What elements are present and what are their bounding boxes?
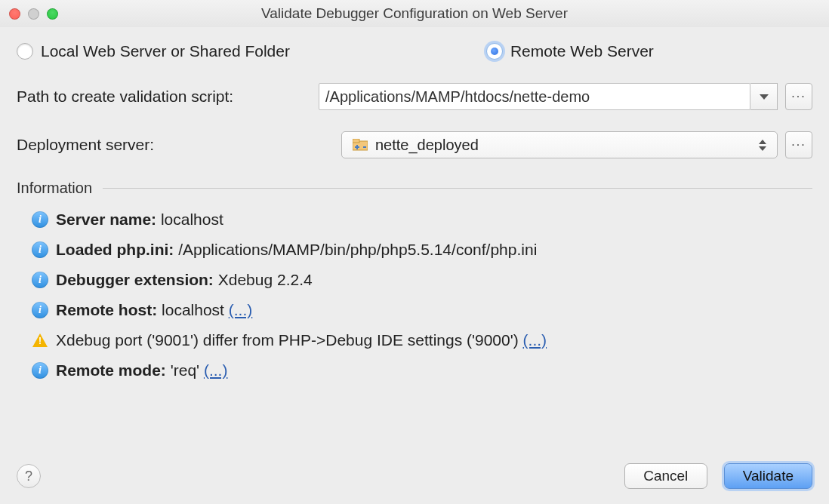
- info-key: Remote host:: [56, 301, 157, 318]
- information-header-label: Information: [17, 180, 92, 197]
- deployment-label: Deployment server:: [17, 136, 341, 154]
- info-item: iRemote host: localhost (...): [32, 301, 812, 319]
- path-label: Path to create validation script:: [17, 88, 319, 106]
- info-value: Xdebug port ('9001') differ from PHP->De…: [56, 331, 519, 349]
- info-more-link[interactable]: (...): [204, 361, 228, 379]
- path-input-value: /Applications/MAMP/htdocs/nette-demo: [325, 88, 590, 106]
- help-button[interactable]: ?: [17, 464, 41, 488]
- select-stepper-icon: [759, 140, 769, 151]
- info-text: Server name: localhost: [56, 211, 223, 229]
- info-icon: i: [32, 241, 48, 258]
- validate-button[interactable]: Validate: [724, 463, 812, 489]
- option-local-label: Local Web Server or Shared Folder: [41, 42, 290, 60]
- path-row: Path to create validation script: /Appli…: [17, 83, 812, 110]
- info-item: iLoaded php.ini: /Applications/MAMP/bin/…: [32, 241, 812, 259]
- info-icon: i: [32, 302, 48, 318]
- path-dropdown-button[interactable]: [750, 83, 778, 110]
- info-value: Xdebug 2.2.4: [218, 271, 313, 288]
- option-local[interactable]: Local Web Server or Shared Folder: [17, 42, 290, 60]
- dialog-content: Local Web Server or Shared Folder Remote…: [0, 27, 829, 380]
- info-value: 'req': [171, 361, 199, 379]
- info-key: Debugger extension:: [56, 271, 214, 288]
- info-text: Remote mode: 'req' (...): [56, 361, 227, 380]
- path-browse-button[interactable]: ···: [785, 83, 812, 110]
- warning-icon: [32, 332, 48, 349]
- info-item: Xdebug port ('9001') differ from PHP->De…: [32, 331, 812, 349]
- option-remote[interactable]: Remote Web Server: [486, 42, 654, 60]
- deployment-browse-button[interactable]: ···: [785, 131, 812, 158]
- info-value: localhost: [161, 211, 223, 228]
- window-title: Validate Debugger Configuration on Web S…: [0, 5, 829, 22]
- radio-icon[interactable]: [486, 43, 503, 60]
- info-icon: i: [32, 362, 48, 379]
- chevron-down-icon: [760, 94, 769, 100]
- help-icon: ?: [25, 469, 32, 484]
- deployment-row: Deployment server: nette_deployed ···: [17, 131, 812, 158]
- validate-button-label: Validate: [743, 468, 794, 484]
- option-remote-label: Remote Web Server: [510, 42, 654, 60]
- information-header: Information: [17, 180, 812, 197]
- titlebar: Validate Debugger Configuration on Web S…: [0, 0, 829, 27]
- info-item: iRemote mode: 'req' (...): [32, 361, 812, 380]
- info-value: /Applications/MAMP/bin/php/php5.5.14/con…: [178, 241, 537, 258]
- info-key: Loaded php.ini:: [56, 241, 174, 258]
- path-input[interactable]: /Applications/MAMP/htdocs/nette-demo: [319, 83, 750, 110]
- radio-icon[interactable]: [17, 43, 33, 60]
- deployment-value: nette_deployed: [375, 137, 759, 154]
- info-icon: i: [32, 211, 48, 228]
- info-text: Loaded php.ini: /Applications/MAMP/bin/p…: [56, 241, 537, 259]
- info-text: Debugger extension: Xdebug 2.2.4: [56, 271, 313, 289]
- info-more-link[interactable]: (...): [229, 301, 253, 318]
- info-key: Server name:: [56, 211, 156, 228]
- info-value: localhost: [162, 301, 224, 318]
- divider: [103, 188, 812, 189]
- server-type-row: Local Web Server or Shared Folder Remote…: [17, 42, 812, 60]
- info-item: iDebugger extension: Xdebug 2.2.4: [32, 271, 812, 289]
- info-more-link[interactable]: (...): [523, 331, 547, 349]
- svg-rect-1: [353, 139, 359, 143]
- info-text: Xdebug port ('9001') differ from PHP->De…: [56, 331, 547, 349]
- cancel-button[interactable]: Cancel: [624, 463, 707, 489]
- dialog-footer: ? Cancel Validate: [17, 463, 812, 489]
- info-key: Remote mode:: [56, 361, 166, 379]
- info-text: Remote host: localhost (...): [56, 301, 252, 319]
- info-icon: i: [32, 272, 48, 288]
- deployment-select[interactable]: nette_deployed: [341, 131, 778, 158]
- cancel-button-label: Cancel: [643, 468, 688, 484]
- information-list: iServer name: localhostiLoaded php.ini: …: [17, 211, 812, 380]
- info-item: iServer name: localhost: [32, 211, 812, 229]
- server-folder-icon: [353, 139, 368, 151]
